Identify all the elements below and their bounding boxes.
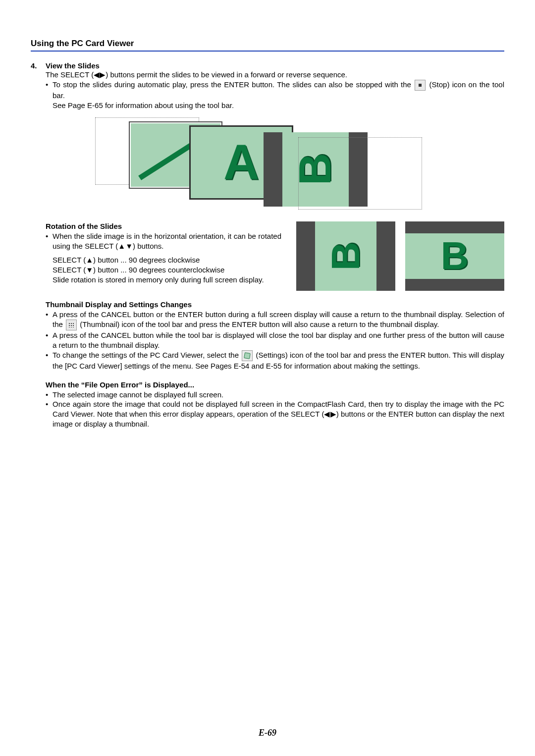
bullet-item: • To change the settings of the PC Card … — [46, 350, 504, 371]
left-right-arrows: ◀▶ — [324, 410, 336, 418]
bullet-item: • Once again store the image that could … — [46, 399, 504, 429]
section-4-body: The SELECT (◀▶) buttons permit the slide… — [46, 70, 504, 110]
thumbnail-icon — [66, 320, 77, 330]
text-part: ) button ... 90 degrees clockwise — [93, 256, 200, 264]
up-down-arrows: ▲▼ — [118, 242, 133, 250]
rotation-before: B — [296, 221, 395, 291]
text-part: To stop the slides during automatic play… — [53, 80, 414, 89]
rotation-title: Rotation of the Slides — [46, 221, 281, 231]
bullet-dot: • — [46, 399, 53, 429]
bullet-dot: • — [46, 330, 53, 350]
file-open-error-title: When the “File Open Error” is Displayed.… — [46, 380, 504, 390]
up-arrow: ▲ — [86, 256, 93, 264]
settings-icon — [242, 350, 253, 361]
bullet-text: When the slide image is in the horizonta… — [53, 231, 281, 251]
document-page: Using the PC Card Viewer 4. View the Sli… — [0, 0, 535, 756]
text-part: ) buttons. — [133, 242, 164, 250]
text-part: The SELECT ( — [46, 70, 94, 79]
bullet-dot: • — [46, 390, 53, 400]
stop-icon — [415, 80, 426, 91]
bullet-text: Once again store the image that could no… — [53, 399, 504, 429]
section-number: 4. — [31, 61, 46, 70]
bullet-text: To change the settings of the PC Card Vi… — [53, 350, 504, 371]
figure-rotation: B B — [291, 221, 504, 291]
section-4-heading: 4. View the Slides — [31, 61, 504, 70]
down-arrow: ▼ — [86, 266, 93, 274]
text-part: To change the settings of the PC Card Vi… — [53, 351, 241, 359]
bullet-text: A press of the CANCEL button while the t… — [53, 330, 504, 350]
bullet-item: • The selected image cannot be displayed… — [46, 390, 504, 400]
body-line: See Page E-65 for information about usin… — [53, 101, 504, 110]
rotation-ccw-line: SELECT (▼) button ... 90 degrees counter… — [53, 265, 281, 275]
file-open-error-section: When the “File Open Error” is Displayed.… — [46, 380, 504, 430]
rotation-after: B — [405, 221, 504, 291]
slide-letter-a: A — [223, 134, 259, 191]
bullet-item: • To stop the slides during automatic pl… — [46, 80, 504, 101]
text-part: When the slide image is in the horizonta… — [53, 232, 281, 250]
dotted-frame-right — [298, 137, 422, 210]
section-title: View the Slides — [46, 61, 100, 70]
page-number: E-69 — [0, 728, 535, 738]
rotation-section: Rotation of the Slides • When the slide … — [31, 221, 504, 291]
text-part: SELECT ( — [53, 256, 86, 264]
bullet-dot: • — [46, 231, 53, 251]
bullet-text: A press of the CANCEL button or the ENTE… — [53, 310, 504, 330]
text-part: ) buttons permit the slides to be viewed… — [106, 70, 347, 79]
body-line: The SELECT (◀▶) buttons permit the slide… — [46, 70, 504, 80]
bullet-item: • A press of the CANCEL button while the… — [46, 330, 504, 350]
slide-letter-b: B — [441, 233, 469, 278]
bullet-item: • When the slide image is in the horizon… — [46, 231, 281, 251]
bullet-dot: • — [46, 350, 53, 371]
thumbnail-section: Thumbnail Display and Settings Changes •… — [46, 300, 504, 371]
page-title: Using the PC Card Viewer — [31, 39, 504, 49]
left-right-arrows: ◀▶ — [94, 70, 106, 79]
rotation-note: Slide rotation is stored in memory only … — [53, 275, 281, 285]
bullet-dot: • — [46, 310, 53, 330]
bullet-dot: • — [46, 80, 53, 101]
thumbnail-title: Thumbnail Display and Settings Changes — [46, 300, 504, 310]
text-part: (Thumbnail) icon of the tool bar and pre… — [80, 320, 439, 328]
bullet-item: • A press of the CANCEL button or the EN… — [46, 310, 504, 330]
bullet-text: To stop the slides during automatic play… — [53, 80, 504, 101]
slide-letter-b-rotated: B — [323, 242, 369, 270]
header-rule — [31, 51, 504, 52]
bullet-text: The selected image cannot be displayed f… — [53, 390, 504, 400]
rotation-cw-line: SELECT (▲) button ... 90 degrees clockwi… — [53, 255, 281, 265]
text-part: ) button ... 90 degrees counterclockwise — [93, 266, 224, 274]
text-part: SELECT ( — [53, 266, 86, 274]
figure-slide-sequence: A B — [31, 115, 504, 210]
